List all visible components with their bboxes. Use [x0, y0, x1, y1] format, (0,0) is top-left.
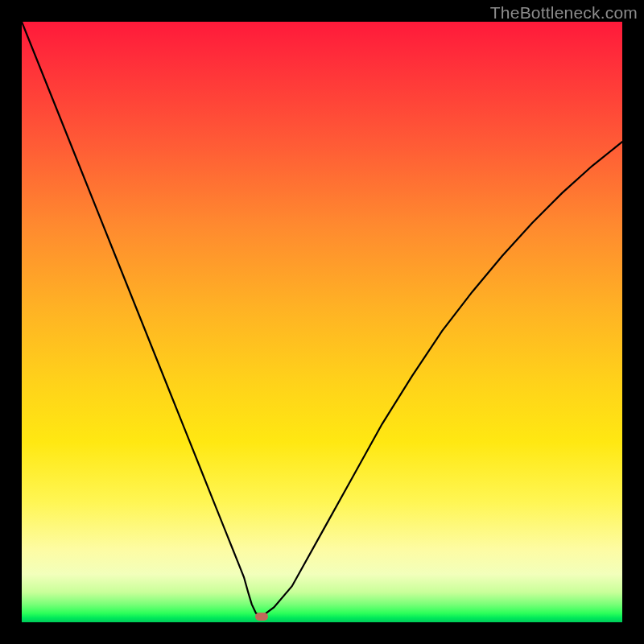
- curve-minimum-marker: [255, 613, 268, 621]
- chart-frame: TheBottleneck.com: [0, 0, 644, 644]
- bottleneck-curve-path: [22, 22, 622, 617]
- watermark-text: TheBottleneck.com: [490, 3, 638, 23]
- curve-layer: [22, 22, 622, 622]
- plot-area: [22, 22, 622, 622]
